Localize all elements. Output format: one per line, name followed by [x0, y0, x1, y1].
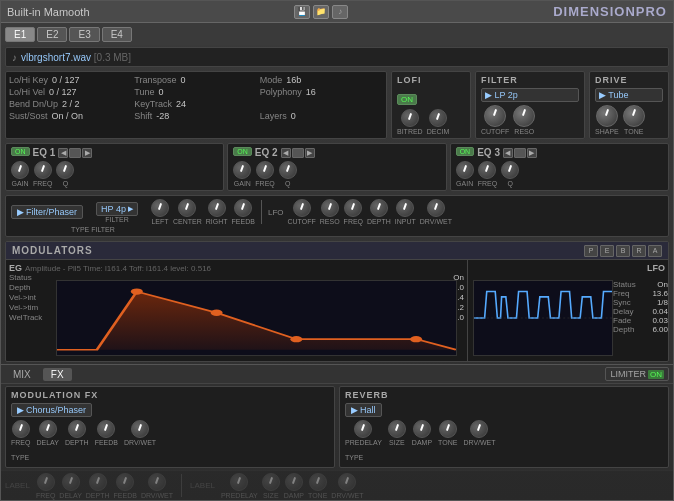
lfo-graph	[473, 280, 613, 356]
filter-cutoff-knob[interactable]	[484, 105, 506, 127]
bd-depth-knob	[89, 473, 107, 491]
eq3-gain-knob[interactable]	[456, 161, 474, 179]
eq3-q-knob[interactable]	[501, 161, 519, 179]
eq3-prev-btn[interactable]: ◀	[503, 148, 513, 158]
limiter-on-badge[interactable]: ON	[648, 370, 664, 379]
lfo-freq-knob-group: FREQ	[344, 199, 363, 225]
eq2-on-btn[interactable]: ON	[233, 147, 252, 156]
mod-b-btn[interactable]: B	[616, 245, 630, 257]
mod-a-btn[interactable]: A	[648, 245, 662, 257]
filter-cutoff-knob-group: CUTOFF	[481, 105, 509, 135]
bd-delay-label: DELAY	[59, 492, 81, 499]
eq2-q-knob[interactable]	[279, 161, 297, 179]
drive-tone-knob[interactable]	[623, 105, 645, 127]
eq3-freq-knob[interactable]	[478, 161, 496, 179]
bottom-label1: LABEL	[5, 481, 30, 490]
eg-label: EG	[9, 263, 22, 273]
eq1-freq-knob[interactable]	[34, 161, 52, 179]
mod-fx-freq-knob[interactable]	[12, 420, 30, 438]
bd-feedb-label: FEEDB	[114, 492, 137, 499]
reverb-header: REVERB	[345, 390, 663, 400]
reverb-damp-knob-group: DAMP	[412, 420, 432, 446]
tab-e2[interactable]: E2	[37, 27, 67, 42]
eq2-freq-knob[interactable]	[256, 161, 274, 179]
mod-p-btn[interactable]: P	[584, 245, 598, 257]
eq3-next-btn[interactable]: ▶	[527, 148, 537, 158]
eq1-on-btn[interactable]: ON	[11, 147, 30, 156]
reverb-predelay-knob[interactable]	[354, 420, 372, 438]
bd-freq-knob	[37, 473, 55, 491]
mod-fx-drvwet-label: DRV/WET	[124, 439, 156, 446]
fx-center-knob[interactable]	[178, 199, 196, 217]
mod-fx-type-btn[interactable]: ▶ Chorus/Phaser	[11, 403, 92, 417]
mod-e-btn[interactable]: E	[600, 245, 614, 257]
tab-e3[interactable]: E3	[69, 27, 99, 42]
mod-fx-delay-knob[interactable]	[39, 420, 57, 438]
fx-filter-dropdown[interactable]: HP 4p ▶	[96, 202, 138, 216]
eq3-label: EQ 3	[477, 147, 500, 158]
lfo-fade-label: Fade	[613, 316, 631, 325]
fx-feedb-knob[interactable]	[234, 199, 252, 217]
fx-right-knob[interactable]	[208, 199, 226, 217]
reverb-size-knob[interactable]	[388, 420, 406, 438]
eq2-next-btn[interactable]: ▶	[305, 148, 315, 158]
bd2-tone-knob-group: TONE	[308, 473, 327, 499]
fx-left-knob[interactable]	[151, 199, 169, 217]
lfo-depth-knob[interactable]	[370, 199, 388, 217]
tab-mix[interactable]: MIX	[5, 368, 39, 381]
lfo-cutoff-knob[interactable]	[293, 199, 311, 217]
bd-divider	[181, 474, 182, 497]
reverb-drvwet-knob[interactable]	[470, 420, 488, 438]
mod-fx-depth-knob[interactable]	[68, 420, 86, 438]
mod-fx-drvwet-knob[interactable]	[131, 420, 149, 438]
midi-btn[interactable]: ♪	[332, 5, 348, 19]
save-btn[interactable]: 💾	[294, 5, 310, 19]
layer-info: ♪ vlbrgshort7.wav [0.3 MB]	[5, 47, 669, 67]
lfo-input-knob[interactable]	[396, 199, 414, 217]
eq3-on-btn[interactable]: ON	[456, 147, 475, 156]
reverb-tone-knob[interactable]	[439, 420, 457, 438]
drive-shape-knob[interactable]	[596, 105, 618, 127]
drive-shape-label: SHAPE	[595, 128, 619, 135]
eq2-gain-knob[interactable]	[233, 161, 251, 179]
eq1-gain-knob[interactable]	[11, 161, 29, 179]
tab-e1[interactable]: E1	[5, 27, 35, 42]
filter-reso-knob[interactable]	[513, 105, 535, 127]
lofi-header: LOFI	[397, 75, 465, 85]
fx-type-btn[interactable]: ▶ Filter/Phaser	[11, 205, 83, 219]
eq1-next-btn[interactable]: ▶	[82, 148, 92, 158]
eq2-prev-btn[interactable]: ◀	[281, 148, 291, 158]
preset-source-label: Built-in Mamooth	[7, 6, 90, 18]
mod-fx-feedb-knob[interactable]	[97, 420, 115, 438]
reverb-damp-knob[interactable]	[413, 420, 431, 438]
mod-fx-feedb-label: FEEDB	[95, 439, 118, 446]
mod-fx-depth-knob-group: DEPTH	[65, 420, 89, 446]
mod-fx-depth-label: DEPTH	[65, 439, 89, 446]
param-lohi-vel: Lo/Hi Vel 0 / 127	[9, 87, 132, 97]
eq-row: ON EQ 1 ◀ ▶ GAIN FREQ	[5, 143, 669, 191]
lfo-freq-knob[interactable]	[344, 199, 362, 217]
reverb-section: REVERB ▶ Hall PREDELAY SIZE DAMP	[339, 386, 669, 468]
fx-type-sub-label: TYPE FILTER	[71, 226, 115, 233]
lofi-bitred-knob-group: BITRED	[397, 109, 423, 135]
tab-fx[interactable]: FX	[43, 368, 72, 381]
lfo-depth-param: Depth 6.00	[613, 325, 668, 334]
folder-btn[interactable]: 📁	[313, 5, 329, 19]
tab-e4[interactable]: E4	[102, 27, 132, 42]
lfo-reso-knob[interactable]	[321, 199, 339, 217]
mod-r-btn[interactable]: R	[632, 245, 646, 257]
lfo-drvwet-knob[interactable]	[427, 199, 445, 217]
limiter-label: LIMITER	[610, 369, 646, 379]
reverb-type-btn[interactable]: ▶ Hall	[345, 403, 382, 417]
eq1-q-knob[interactable]	[56, 161, 74, 179]
reverb-drvwet-knob-group: DRV/WET	[463, 420, 495, 446]
lofi-bitred-label: BITRED	[397, 128, 423, 135]
lofi-decim-knob[interactable]	[429, 109, 447, 127]
filter-type[interactable]: ▶ LP 2p	[481, 88, 579, 102]
lofi-on-btn[interactable]: ON	[397, 94, 417, 105]
eq1-prev-btn[interactable]: ◀	[58, 148, 68, 158]
lofi-bitred-knob[interactable]	[401, 109, 419, 127]
drive-type[interactable]: ▶ Tube	[595, 88, 663, 102]
reverb-predelay-label: PREDELAY	[345, 439, 382, 446]
bd-depth-knob-group: DEPTH	[86, 473, 110, 499]
